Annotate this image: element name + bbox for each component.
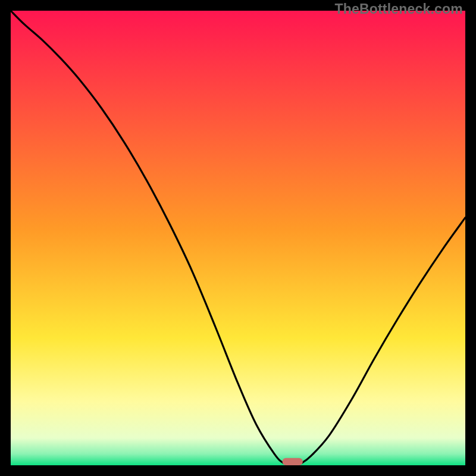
optimal-marker (282, 458, 302, 465)
chart-svg (11, 11, 465, 465)
watermark-text: TheBottleneck.com (334, 1, 463, 17)
chart-frame (11, 11, 465, 465)
